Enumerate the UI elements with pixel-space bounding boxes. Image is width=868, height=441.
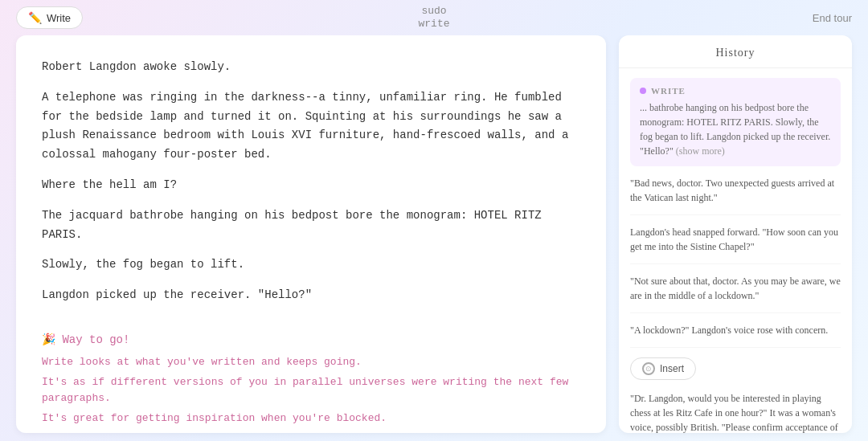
logo-text: sudo write xyxy=(418,5,449,30)
paragraph-3: Where the hell am I? xyxy=(42,176,580,195)
history-panel: History WRITE ... bathrobe hanging on hi… xyxy=(619,35,852,433)
write-label: WRITE xyxy=(640,86,831,96)
end-tour-button[interactable]: End tour xyxy=(813,12,852,24)
paragraph-6: Langdon picked up the receiver. "Hello?" xyxy=(42,286,580,305)
tip-line-2: It's as if different versions of you in … xyxy=(42,374,580,406)
editor-panel: Robert Langdon awoke slowly. A telephone… xyxy=(16,35,606,433)
paragraph-5: Slowly, the fog began to lift. xyxy=(42,255,580,275)
write-label-text: WRITE xyxy=(651,86,686,96)
show-more-link[interactable]: (show more) xyxy=(676,145,725,157)
logo: sudo write xyxy=(418,5,449,30)
paragraph-2: A telephone was ringing in the darkness-… xyxy=(42,88,580,165)
history-content: WRITE ... bathrobe hanging on his bedpos… xyxy=(619,68,852,433)
insert-icon-1: ⊙ xyxy=(642,362,655,375)
history-item-1: "Bad news, doctor. Two unexpected guests… xyxy=(630,176,841,215)
paragraph-1: Robert Langdon awoke slowly. xyxy=(42,58,580,77)
tip-section: 🎉 Way to go! Write looks at what you've … xyxy=(42,325,580,433)
write-block: WRITE ... bathrobe hanging on his bedpos… xyxy=(630,78,841,166)
main-content: Robert Langdon awoke slowly. A telephone… xyxy=(0,35,868,441)
write-button[interactable]: ✏️ Write xyxy=(16,6,83,29)
editor-text: Robert Langdon awoke slowly. A telephone… xyxy=(42,58,580,305)
write-label-dot xyxy=(640,88,646,94)
pen-icon: ✏️ xyxy=(28,11,42,24)
history-item-5: "Dr. Langdon, would you be interested in… xyxy=(630,391,841,433)
insert-button-1[interactable]: ⊙ Insert xyxy=(630,357,696,380)
write-button-label: Write xyxy=(47,12,71,24)
tip-line-1: Write looks at what you've written and k… xyxy=(42,354,580,370)
tip-line-3: It's great for getting inspiration when … xyxy=(42,410,580,427)
paragraph-4: The jacquard bathrobe hanging on his bed… xyxy=(42,206,580,245)
tip-title: 🎉 Way to go! xyxy=(42,333,580,346)
history-item-2: Langdon's head snapped forward. "How soo… xyxy=(630,225,841,264)
history-item-4: "A lockdown?" Langdon's voice rose with … xyxy=(630,323,841,348)
header: ✏️ Write sudo write End tour xyxy=(0,0,868,35)
logo-line1: sudo xyxy=(418,5,449,18)
logo-line2: write xyxy=(418,18,449,31)
history-title: History xyxy=(619,35,852,68)
write-block-text: ... bathrobe hanging on his bedpost bore… xyxy=(640,100,831,158)
write-block-preview: ... bathrobe hanging on his bedpost bore… xyxy=(640,102,830,157)
insert-label-1: Insert xyxy=(660,363,684,374)
history-item-3: "Not sure about that, doctor. As you may… xyxy=(630,274,841,313)
